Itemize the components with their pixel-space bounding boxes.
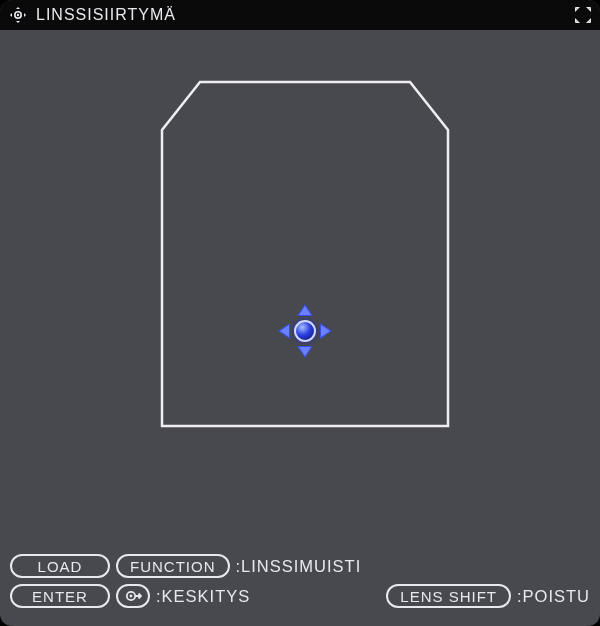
footer-hints: LOAD FUNCTION :LINSSIMUISTI ENTER :KESKI… <box>0 546 600 626</box>
svg-point-3 <box>130 595 133 598</box>
shift-canvas[interactable] <box>0 30 600 546</box>
function-button[interactable]: FUNCTION <box>116 554 230 578</box>
shift-cursor[interactable] <box>276 302 334 360</box>
titlebar: LINSSISIIRTYMÄ <box>0 0 600 30</box>
shift-boundary <box>160 80 450 428</box>
lens-shift-icon <box>8 5 28 25</box>
cursor-orb <box>294 320 316 342</box>
lens-shift-button[interactable]: LENS SHIFT <box>386 584 511 608</box>
function-label: :LINSSIMUISTI <box>236 557 362 576</box>
arrow-left-icon <box>278 323 290 339</box>
footer-row-1: LOAD FUNCTION :LINSSIMUISTI <box>10 554 590 578</box>
exit-label: :POISTU <box>517 587 590 606</box>
arrow-right-icon <box>320 323 332 339</box>
expand-icon[interactable] <box>572 4 594 26</box>
arrow-down-icon <box>297 346 313 358</box>
enter-button[interactable]: ENTER <box>10 584 110 608</box>
center-icon-button[interactable] <box>116 584 150 608</box>
lens-shift-window: LINSSISIIRTYMÄ LO <box>0 0 600 626</box>
svg-point-1 <box>17 14 19 16</box>
window-title: LINSSISIIRTYMÄ <box>36 6 176 24</box>
footer-row-2: ENTER :KESKITYS LENS SHIFT :POISTU <box>10 584 590 608</box>
load-button[interactable]: LOAD <box>10 554 110 578</box>
arrow-up-icon <box>297 304 313 316</box>
center-label: :KESKITYS <box>156 587 250 606</box>
